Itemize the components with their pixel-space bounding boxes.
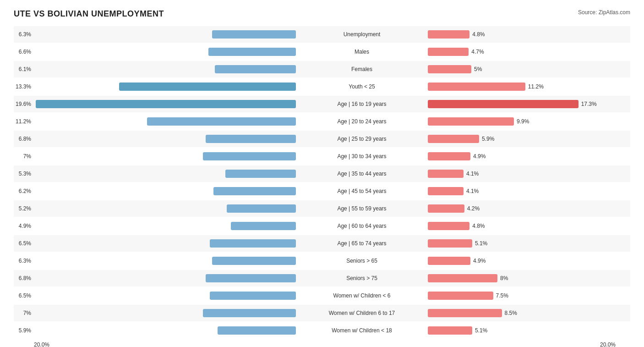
left-bar-container: 4.9% [14,222,298,230]
right-value: 4.2% [467,205,485,212]
chart-row: 6.3%Seniors > 654.9% [14,253,630,269]
left-value: 6.3% [14,258,31,264]
right-value: 5.1% [475,240,492,247]
left-value: 6.2% [14,188,31,194]
left-bar-wrap [34,222,296,230]
ute-bar [36,100,296,108]
bolivian-bar [428,292,493,300]
chart-container: UTE VS BOLIVIAN UNEMPLOYMENT Source: Zip… [14,9,630,347]
row-label: Women w/ Children 6 to 17 [298,310,426,316]
bolivian-bar [428,204,464,213]
ute-bar [212,30,296,39]
left-bar-container: 6.3% [14,30,298,39]
left-value: 6.6% [14,49,31,55]
right-bar-container: 5.1% [426,326,618,335]
ute-bar [215,65,296,73]
ute-bar [213,187,296,195]
right-bar-container: 8.5% [426,309,618,317]
chart-source: Source: ZipAtlas.com [578,9,630,16]
left-bar-container: 19.6% [14,100,298,108]
chart-row: 5.2%Age | 55 to 59 years4.2% [14,200,630,217]
left-bar-wrap [34,135,296,143]
chart-area: 6.3%Unemployment4.8%6.6%Males4.7%6.1%Fem… [14,26,630,339]
row-label: Age | 55 to 59 years [298,205,426,212]
ute-bar [212,257,296,265]
ute-bar [210,292,296,300]
left-bar-container: 5.2% [14,204,298,213]
right-bar-container: 4.1% [426,187,618,195]
row-label: Youth < 25 [298,83,426,90]
left-bar-container: 6.8% [14,135,298,143]
right-value: 4.7% [471,49,489,55]
right-bar-container: 11.2% [426,83,618,91]
bolivian-bar [428,309,502,317]
axis-row: 20.0% 20.0% [14,341,630,347]
right-bar-container: 4.9% [426,152,618,160]
right-bar-container: 5.1% [426,239,618,248]
chart-row: 7%Women w/ Children 6 to 178.5% [14,305,630,321]
right-value: 8.5% [505,310,522,316]
left-bar-container: 13.3% [14,83,298,91]
ute-bar [203,309,296,317]
chart-row: 5.9%Women w/ Children < 185.1% [14,322,630,339]
row-label: Unemployment [298,31,426,38]
left-value: 7% [14,310,31,316]
row-label: Age | 25 to 29 years [298,136,426,142]
left-bar-container: 6.2% [14,187,298,195]
chart-header: UTE VS BOLIVIAN UNEMPLOYMENT Source: Zip… [14,9,630,19]
ute-bar [218,326,296,335]
left-value: 6.3% [14,31,31,38]
right-value: 4.1% [466,188,484,194]
ute-bar [206,135,296,143]
bolivian-bar [428,100,579,108]
right-bar-container: 5.9% [426,135,618,143]
right-bar-container: 8% [426,274,618,282]
right-value: 5.1% [475,327,492,334]
left-bar-wrap [34,326,296,335]
right-bar-container: 4.1% [426,170,618,178]
left-bar-container: 11.2% [14,117,298,126]
left-value: 4.9% [14,223,31,229]
left-bar-wrap [34,239,296,248]
ute-bar [227,204,296,213]
ute-bar [203,152,296,160]
chart-row: 6.8%Seniors > 758% [14,270,630,286]
left-bar-wrap [34,257,296,265]
left-bar-wrap [34,65,296,73]
bolivian-bar [428,274,497,282]
left-bar-container: 5.3% [14,170,298,178]
bolivian-bar [428,152,470,160]
chart-row: 13.3%Youth < 2511.2% [14,78,630,95]
left-bar-wrap [34,152,296,160]
right-bar-container: 7.5% [426,292,618,300]
right-value: 4.1% [466,171,484,177]
row-label: Age | 65 to 74 years [298,240,426,247]
bolivian-bar [428,239,472,248]
bolivian-bar [428,30,469,39]
right-value: 5% [474,66,491,72]
chart-row: 6.5%Women w/ Children < 67.5% [14,287,630,304]
row-label: Seniors > 65 [298,258,426,264]
right-bar-container: 4.8% [426,222,618,230]
right-value: 4.9% [473,153,491,160]
left-bar-wrap [34,117,296,126]
left-bar-container: 7% [14,152,298,160]
row-label: Age | 20 to 24 years [298,118,426,125]
left-bar-wrap [34,48,296,56]
chart-row: 6.2%Age | 45 to 54 years4.1% [14,183,630,199]
left-bar-wrap [34,83,296,91]
right-bar-container: 17.3% [426,100,618,108]
right-bar-container: 9.9% [426,117,618,126]
right-bar-container: 4.8% [426,30,618,39]
row-label: Women w/ Children < 6 [298,292,426,299]
right-bar-container: 4.7% [426,48,618,56]
left-value: 6.1% [14,66,31,72]
chart-row: 6.1%Females5% [14,61,630,77]
left-bar-container: 5.9% [14,326,298,335]
row-label: Age | 45 to 54 years [298,188,426,194]
left-value: 6.5% [14,240,31,247]
left-bar-wrap [34,292,296,300]
bolivian-bar [428,65,471,73]
ute-bar [208,48,296,56]
row-label: Females [298,66,426,72]
